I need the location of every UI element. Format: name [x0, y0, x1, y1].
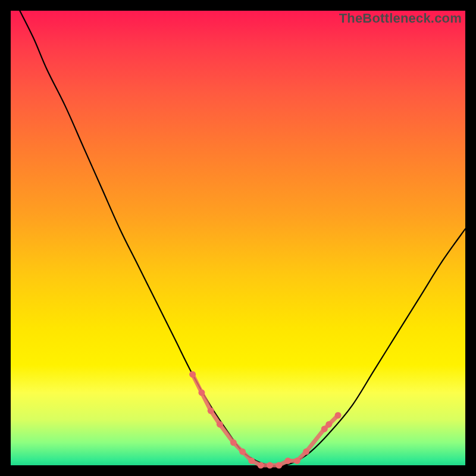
chart-frame: TheBottleneck.com: [0, 0, 476, 476]
accent-dot: [335, 412, 342, 419]
chart-svg: [11, 11, 465, 465]
plot-area: TheBottleneck.com: [11, 11, 465, 465]
accent-dots-group: [189, 371, 341, 469]
bottleneck-curve: [20, 11, 465, 466]
accent-dash: [220, 424, 233, 443]
